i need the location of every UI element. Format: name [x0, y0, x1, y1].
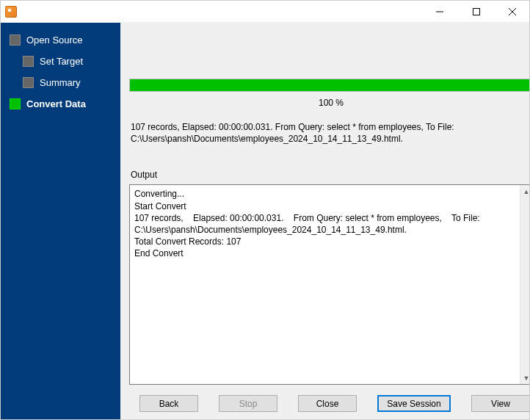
sidebar-item-label: Convert Data [26, 98, 86, 109]
scroll-down-icon[interactable]: ▼ [520, 372, 530, 384]
window-controls [423, 1, 529, 23]
maximize-button[interactable] [460, 1, 493, 23]
step-indicator-icon [23, 77, 34, 88]
output-label: Output [129, 170, 530, 180]
save-session-button[interactable]: Save Session [377, 395, 451, 412]
sidebar-item-label: Open Source [26, 35, 83, 46]
step-indicator-icon [10, 98, 21, 109]
stop-button: Stop [219, 395, 277, 412]
sidebar-item-set-target[interactable]: Set Target [1, 53, 120, 74]
main-panel: 100 % 107 records, Elapsed: 00:00:00.031… [120, 23, 530, 419]
status-text: 107 records, Elapsed: 00:00:00.031. From… [129, 121, 530, 145]
back-button[interactable]: Back [139, 395, 198, 412]
sidebar-item-open-source[interactable]: Open Source [1, 32, 120, 53]
step-indicator-icon [23, 56, 34, 67]
close-button-dialog[interactable]: Close [298, 395, 357, 412]
scroll-up-icon[interactable]: ▲ [520, 185, 530, 198]
scrollbar[interactable]: ▲ ▼ [520, 185, 530, 384]
svg-rect-1 [473, 8, 479, 15]
minimize-button[interactable] [423, 1, 457, 23]
button-row: Back Stop Close Save Session View [129, 388, 530, 412]
sidebar-item-convert-data[interactable]: Convert Data [1, 95, 120, 117]
step-indicator-icon [10, 35, 21, 46]
app-icon [5, 6, 17, 18]
output-text: Converting... Start Convert 107 records,… [134, 188, 518, 259]
close-button[interactable] [495, 1, 529, 23]
progress-bar [129, 79, 530, 92]
output-textarea[interactable]: Converting... Start Convert 107 records,… [129, 184, 530, 385]
sidebar-item-label: Set Target [40, 56, 83, 67]
sidebar-item-summary[interactable]: Summary [1, 74, 120, 95]
titlebar [1, 1, 529, 23]
progress-percent-label: 100 % [129, 98, 530, 108]
view-button[interactable]: View [471, 395, 530, 412]
sidebar-item-label: Summary [40, 77, 81, 88]
wizard-steps-sidebar: Open Source Set Target Summary Convert D… [1, 23, 120, 419]
